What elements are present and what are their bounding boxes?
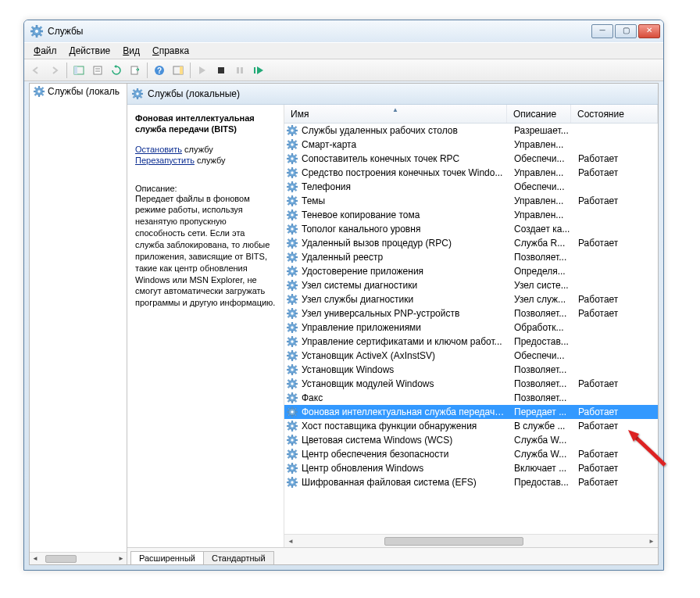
service-row[interactable]: Центр обеспечения безопасности Служба W.…: [284, 447, 658, 461]
service-row[interactable]: Установщик ActiveX (AxInstSV) Обеспечи..…: [284, 349, 658, 363]
gear-icon: [287, 294, 298, 305]
show-hide-tree-button[interactable]: [70, 62, 88, 79]
service-name: Управление приложениями: [302, 322, 508, 333]
gear-icon: [30, 25, 43, 38]
service-row[interactable]: Удаленный реестр Позволяет...: [284, 250, 658, 264]
service-row[interactable]: Узел универсальных PNP-устройств Позволя…: [284, 306, 658, 320]
column-description[interactable]: Описание: [507, 105, 571, 123]
service-name: Центр обеспечения безопасности: [302, 449, 508, 460]
gear-icon: [287, 350, 298, 361]
service-row[interactable]: Установщик модулей Windows Позволяет... …: [284, 377, 658, 391]
properties-button[interactable]: [89, 62, 106, 79]
service-desc: Обеспечи...: [508, 153, 572, 164]
list-h-scrollbar[interactable]: ◄►: [284, 534, 658, 547]
service-row[interactable]: Сопоставитель конечных точек RPC Обеспеч…: [284, 152, 658, 166]
gear-icon: [287, 308, 298, 319]
service-row[interactable]: Управление приложениями Обработк...: [284, 320, 658, 335]
service-row[interactable]: Тополог канального уровня Создает ка...: [284, 222, 658, 236]
sort-asc-icon: ▲: [392, 106, 398, 113]
tab-strip: Расширенный Стандартный: [127, 547, 658, 564]
service-name: Факс: [302, 392, 508, 403]
service-desc: Позволяет...: [508, 252, 572, 263]
menu-file[interactable]: Файл: [27, 44, 63, 58]
service-desc: Создает ка...: [508, 224, 572, 235]
service-row[interactable]: Хост поставщика функции обнаружения В сл…: [284, 419, 658, 433]
service-row[interactable]: Узел системы диагностики Узел систе...: [284, 278, 658, 292]
tab-standard[interactable]: Стандартный: [203, 551, 274, 564]
gear-icon: [287, 322, 298, 333]
service-desc: Служба R...: [508, 238, 572, 249]
service-state: Работает: [572, 477, 658, 488]
pause-service-button[interactable]: [231, 62, 248, 79]
stop-link[interactable]: Остановить: [135, 145, 182, 154]
service-state: Работает: [572, 238, 658, 249]
menu-action[interactable]: Действие: [63, 44, 117, 58]
start-service-button[interactable]: [194, 62, 211, 79]
tree-item-services-local[interactable]: Службы (локаль: [30, 84, 127, 99]
gear-icon: [287, 252, 298, 263]
close-button[interactable]: ✕: [638, 24, 660, 38]
tree-h-scrollbar[interactable]: ◄►: [30, 552, 127, 564]
service-state: Работает: [572, 449, 658, 460]
service-row[interactable]: Телефония Обеспечи...: [284, 180, 658, 194]
service-row[interactable]: Удаленный вызов процедур (RPC) Служба R.…: [284, 236, 658, 250]
service-row[interactable]: Установщик Windows Позволяет...: [284, 363, 658, 377]
tree-item-label: Службы (локаль: [48, 86, 120, 97]
minimize-button[interactable]: ─: [591, 24, 613, 38]
service-row[interactable]: Шифрованная файловая система (EFS) Предо…: [284, 475, 658, 489]
service-name: Установщик ActiveX (AxInstSV): [302, 350, 508, 361]
service-row[interactable]: Узел службы диагностики Узел служ... Раб…: [284, 292, 658, 306]
service-desc: Обеспечи...: [508, 181, 572, 192]
gear-icon: [287, 421, 298, 431]
service-row[interactable]: Центр обновления Windows Включает ... Ра…: [284, 461, 658, 475]
service-state: Работает: [572, 463, 658, 474]
service-state: Работает: [572, 406, 658, 417]
service-row[interactable]: Управление сертификатами и ключом работ.…: [284, 335, 658, 349]
gear-icon: [287, 364, 298, 375]
service-row[interactable]: Смарт-карта Управлен...: [284, 138, 658, 152]
service-desc: Узел систе...: [508, 280, 572, 291]
show-hide-action-button[interactable]: [170, 62, 187, 79]
gear-icon: [287, 280, 298, 291]
service-row[interactable]: Теневое копирование тома Управлен...: [284, 208, 658, 222]
maximize-button[interactable]: ▢: [615, 24, 637, 38]
gear-icon: [287, 449, 298, 460]
gear-icon: [287, 406, 298, 417]
export-button[interactable]: [127, 62, 144, 79]
svg-rect-20: [218, 67, 224, 73]
column-name[interactable]: Имя ▲: [284, 105, 507, 123]
service-row[interactable]: Фоновая интеллектуальная служба передачи…: [284, 405, 658, 419]
gear-icon: [287, 195, 298, 206]
help-button[interactable]: ?: [151, 62, 168, 79]
restart-link[interactable]: Перезапустить: [135, 156, 195, 165]
service-desc: Позволяет...: [508, 392, 572, 403]
services-list: Имя ▲ Описание Состояние Службы удаленны…: [284, 105, 658, 547]
service-row[interactable]: Цветовая система Windows (WCS) Служба W.…: [284, 433, 658, 447]
restart-service-button[interactable]: [250, 62, 267, 79]
menu-help[interactable]: Справка: [146, 44, 195, 58]
gear-icon: [287, 181, 298, 192]
gear-icon: [287, 224, 298, 235]
service-name: Телефония: [302, 181, 508, 192]
gear-icon: [287, 392, 298, 403]
stop-service-button[interactable]: [212, 62, 230, 79]
service-row[interactable]: Удостоверение приложения Определя...: [284, 264, 658, 278]
service-state: Работает: [572, 195, 658, 206]
back-button[interactable]: [27, 62, 45, 79]
column-state[interactable]: Состояние: [571, 105, 658, 123]
service-desc: Управлен...: [508, 167, 572, 178]
gear-icon: [287, 463, 298, 474]
menu-view[interactable]: Вид: [116, 44, 146, 58]
gear-icon: [287, 125, 298, 136]
forward-button[interactable]: [46, 62, 63, 79]
services-window: Службы ─ ▢ ✕ Файл Действие Вид Справка ?: [23, 20, 664, 571]
service-row[interactable]: Факс Позволяет...: [284, 391, 658, 405]
detail-panel: Фоновая интеллектуальная служба передачи…: [127, 105, 284, 547]
service-row[interactable]: Темы Управлен... Работает: [284, 194, 658, 208]
refresh-button[interactable]: [108, 62, 125, 79]
tab-extended[interactable]: Расширенный: [130, 551, 204, 564]
titlebar[interactable]: Службы ─ ▢ ✕: [24, 20, 663, 42]
service-row[interactable]: Средство построения конечных точек Windo…: [284, 166, 658, 180]
service-row[interactable]: Службы удаленных рабочих столов Разрешае…: [284, 124, 658, 138]
svg-rect-15: [131, 66, 138, 74]
